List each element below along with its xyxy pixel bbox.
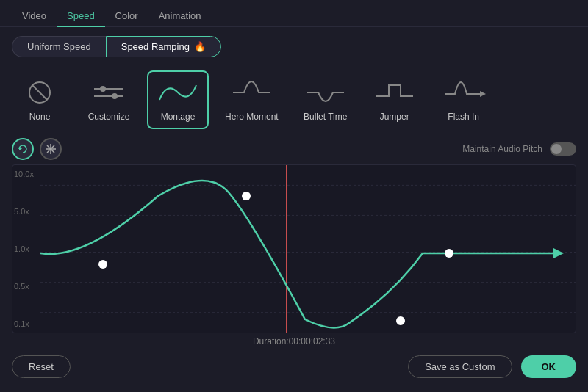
freeze-icon: [45, 143, 57, 155]
preset-none[interactable]: None: [9, 70, 71, 129]
tab-color[interactable]: Color: [105, 6, 148, 27]
svg-point-5: [112, 93, 118, 99]
jumper-icon: [373, 78, 417, 107]
preset-customize[interactable]: Customize: [78, 70, 140, 129]
svg-point-20: [242, 192, 251, 200]
speed-toggle-group: Uniform Speed Speed Ramping🔥: [0, 27, 588, 66]
save-as-custom-button[interactable]: Save as Custom: [408, 355, 512, 378]
reset-button[interactable]: Reset: [12, 355, 71, 378]
flash-in-icon: [442, 78, 486, 107]
preset-flash-in-label: Flash In: [448, 112, 479, 122]
svg-line-1: [32, 85, 47, 100]
preset-flash-in[interactable]: Flash In: [433, 70, 495, 129]
y-label-10: 10.0x: [14, 170, 39, 178]
svg-point-22: [445, 249, 453, 258]
preset-bullet-time-label: Bullet Time: [304, 112, 347, 122]
right-buttons: Save as Custom OK: [408, 355, 576, 378]
svg-marker-18: [553, 248, 564, 258]
preset-customize-label: Customize: [88, 112, 130, 122]
fire-icon: 🔥: [194, 41, 206, 52]
preset-montage[interactable]: Montage: [147, 70, 209, 129]
preset-bullet-time[interactable]: Bullet Time: [295, 70, 356, 129]
audio-pitch-toggle[interactable]: [550, 142, 576, 156]
controls-row: Maintain Audio Pitch: [0, 134, 588, 164]
montage-icon: [156, 78, 200, 107]
customize-icon: [87, 78, 131, 107]
reset-curve-btn[interactable]: [12, 138, 34, 160]
duration-label: Duration:00:00:02:33: [0, 333, 588, 349]
freeze-btn[interactable]: [40, 138, 62, 160]
ok-button[interactable]: OK: [521, 355, 577, 378]
preset-jumper[interactable]: Jumper: [364, 70, 426, 129]
right-controls: Maintain Audio Pitch: [462, 142, 576, 156]
none-icon: [18, 78, 62, 107]
y-label-1: 1.0x: [14, 244, 39, 253]
y-label-5: 5.0x: [14, 207, 39, 216]
hero-moment-icon: [229, 78, 273, 107]
bullet-time-icon: [304, 78, 348, 107]
speed-ramping-btn[interactable]: Speed Ramping🔥: [106, 36, 221, 57]
tab-animation[interactable]: Animation: [148, 6, 212, 27]
preset-hero-moment-label: Hero Moment: [225, 112, 279, 122]
svg-marker-6: [480, 91, 486, 97]
preset-none-label: None: [29, 112, 51, 122]
svg-point-4: [100, 86, 106, 92]
top-tabs: Video Speed Color Animation: [0, 0, 588, 27]
svg-point-19: [98, 260, 107, 269]
preset-jumper-label: Jumper: [380, 112, 409, 122]
y-axis-labels: 10.0x 5.0x 1.0x 0.5x 0.1x: [12, 165, 40, 333]
maintain-audio-pitch-label: Maintain Audio Pitch: [462, 144, 542, 154]
y-label-01: 0.1x: [14, 319, 39, 328]
uniform-speed-btn[interactable]: Uniform Speed: [12, 36, 106, 57]
chart-inner: [40, 165, 576, 333]
tab-speed[interactable]: Speed: [57, 6, 105, 27]
bottom-bar: Reset Save as Custom OK: [0, 349, 588, 384]
y-label-05: 0.5x: [14, 282, 39, 291]
chart-area: 10.0x 5.0x 1.0x 0.5x 0.1x: [12, 164, 576, 333]
preset-montage-label: Montage: [161, 112, 196, 122]
left-controls: [12, 138, 62, 160]
reset-curve-icon: [17, 143, 29, 155]
tab-video[interactable]: Video: [12, 6, 57, 27]
preset-hero-moment[interactable]: Hero Moment: [216, 70, 287, 129]
grid-svg: [40, 165, 576, 333]
svg-marker-7: [19, 147, 22, 150]
svg-point-21: [396, 316, 405, 325]
preset-row: None Customize Montage Hero Moment Bulle…: [0, 66, 588, 134]
